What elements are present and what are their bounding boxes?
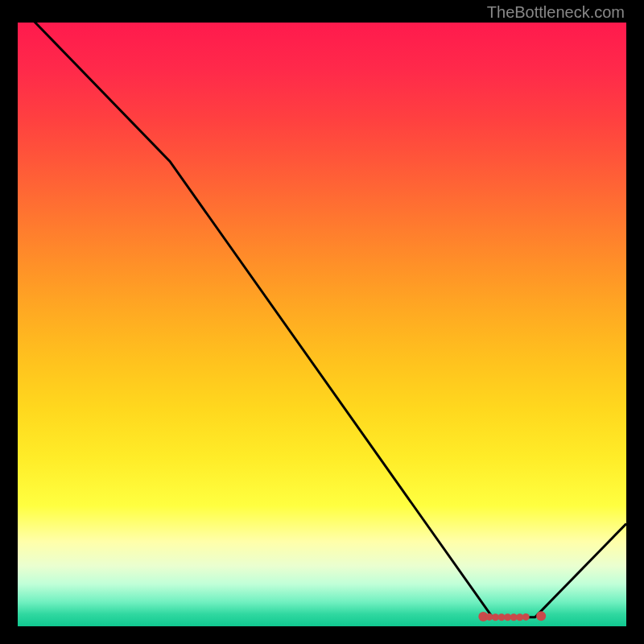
attribution-text: TheBottleneck.com (487, 3, 625, 22)
chart-gradient-background (18, 23, 626, 626)
